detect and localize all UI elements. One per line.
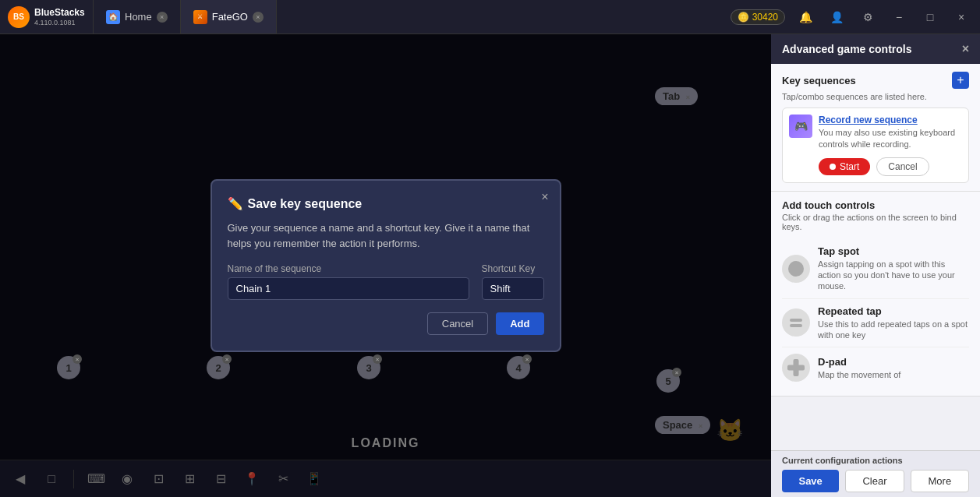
record-subdesc: You may also use existing keyboard contr… xyxy=(819,127,962,151)
tap-spot-inner xyxy=(788,261,804,277)
main-area: Tab × 1 × 2 × 3 × 4 × 5 × Space × L xyxy=(0,34,980,497)
tab-home-label: Home xyxy=(125,11,152,23)
app-name: BlueStacks xyxy=(34,7,85,18)
dialog-desc: Give your sequence a name and a shortcut… xyxy=(228,220,544,251)
tap-spot-text: Tap spot Assign tapping on a spot with t… xyxy=(818,245,969,292)
repeated-tap-icon xyxy=(782,308,810,337)
record-box: 🎮 Record new sequence You may also use e… xyxy=(782,108,969,183)
settings-btn[interactable]: ⚙ xyxy=(857,6,879,28)
record-link[interactable]: Record new sequence xyxy=(819,115,962,125)
tap-spot-item[interactable]: Tap spot Assign tapping on a spot with t… xyxy=(782,239,969,299)
bs-logo-icon: BS xyxy=(8,6,30,28)
name-form-group: Name of the sequence xyxy=(228,263,469,300)
name-label: Name of the sequence xyxy=(228,263,469,274)
dialog-actions: Cancel Add xyxy=(228,312,544,335)
dialog-title: ✏️ Save key sequence xyxy=(228,196,544,211)
name-input[interactable] xyxy=(228,277,469,300)
tab-game-close[interactable]: × xyxy=(253,12,264,23)
key-sequences-title: Key sequences xyxy=(782,75,856,86)
dpad-icon xyxy=(782,354,810,382)
game-icon: ⚔ xyxy=(193,10,207,24)
tab-home-close[interactable]: × xyxy=(157,12,168,23)
title-bar: BS BlueStacks 4.110.0.1081 🏠 Home × ⚔ Fa… xyxy=(0,0,980,34)
bluestacks-logo: BS BlueStacks 4.110.0.1081 xyxy=(0,0,94,33)
panel-close-btn[interactable]: × xyxy=(962,42,969,56)
panel-footer: Current configuration actions Save Clear… xyxy=(771,450,980,497)
game-viewport: Tab × 1 × 2 × 3 × 4 × 5 × Space × L xyxy=(0,34,771,497)
panel-header: Advanced game controls × xyxy=(771,34,980,64)
dpad-item[interactable]: D-pad Map the movement of xyxy=(782,347,969,388)
dpad-desc: Map the movement of xyxy=(818,369,969,380)
key-sequences-header: Key sequences + xyxy=(782,72,969,89)
dialog-add-btn[interactable]: Add xyxy=(496,312,543,335)
shortcut-label: Shortcut Key xyxy=(482,263,544,274)
maximize-btn[interactable]: □ xyxy=(919,6,941,28)
dialog-form: Name of the sequence Shortcut Key xyxy=(228,263,544,300)
touch-controls-desc: Click or drag the actions on the screen … xyxy=(782,213,969,231)
clear-btn[interactable]: Clear xyxy=(845,470,904,492)
account-btn[interactable]: 👤 xyxy=(826,6,847,28)
tap-spot-name: Tap spot xyxy=(818,245,969,257)
touch-controls-title: Add touch controls xyxy=(782,199,969,211)
dpad-text: D-pad Map the movement of xyxy=(818,356,969,380)
minimize-btn[interactable]: − xyxy=(888,6,910,28)
tap-spot-icon xyxy=(782,255,810,283)
app-version: 4.110.0.1081 xyxy=(34,19,85,26)
key-sequences-section: Key sequences + Tap/combo sequences are … xyxy=(771,64,980,192)
more-btn[interactable]: More xyxy=(911,470,969,492)
repeated-tap-text: Repeated tap Use this to add repeated ta… xyxy=(818,305,969,341)
start-dot xyxy=(830,164,836,170)
coin-amount: 30420 xyxy=(752,12,778,23)
panel-title: Advanced game controls xyxy=(782,43,912,55)
close-btn[interactable]: × xyxy=(950,6,972,28)
dialog-close-btn[interactable]: × xyxy=(541,190,548,204)
coins-badge: 🪙 30420 xyxy=(731,9,785,25)
shortcut-input[interactable] xyxy=(482,277,544,300)
record-content: Record new sequence You may also use exi… xyxy=(819,115,962,176)
bs-logo-text-group: BlueStacks 4.110.0.1081 xyxy=(34,7,85,26)
dialog-overlay: ✏️ Save key sequence × Give your sequenc… xyxy=(0,34,771,497)
tab-game-label: FateGO xyxy=(212,11,248,23)
dialog-title-icon: ✏️ xyxy=(228,196,243,211)
right-panel: Advanced game controls × Key sequences +… xyxy=(771,34,980,497)
record-actions: Start Cancel xyxy=(819,157,962,176)
config-title: Current configuration actions xyxy=(782,456,969,465)
repeated-tap-name: Repeated tap xyxy=(818,305,969,317)
start-label: Start xyxy=(840,161,859,172)
tab-home[interactable]: 🏠 Home × xyxy=(94,0,181,33)
title-bar-right: 🪙 30420 🔔 👤 ⚙ − □ × xyxy=(723,6,980,28)
repeated-tap-desc: Use this to add repeated taps on a spot … xyxy=(818,319,969,341)
add-sequence-btn[interactable]: + xyxy=(952,72,969,89)
save-sequence-dialog: ✏️ Save key sequence × Give your sequenc… xyxy=(211,179,561,352)
coin-icon: 🪙 xyxy=(738,12,749,23)
home-icon: 🏠 xyxy=(106,10,120,24)
config-actions: Save Clear More xyxy=(782,470,969,492)
key-sequences-desc: Tap/combo sequences are listed here. xyxy=(782,92,969,101)
shortcut-form-group: Shortcut Key xyxy=(482,263,544,300)
notification-btn[interactable]: 🔔 xyxy=(794,6,816,28)
cancel-record-btn[interactable]: Cancel xyxy=(876,157,929,176)
repeated-tap-item[interactable]: Repeated tap Use this to add repeated ta… xyxy=(782,299,969,348)
dialog-title-text: Save key sequence xyxy=(248,197,363,211)
dialog-cancel-btn[interactable]: Cancel xyxy=(427,312,488,335)
touch-controls-section: Add touch controls Click or drag the act… xyxy=(771,192,980,397)
dpad-name: D-pad xyxy=(818,356,969,368)
start-btn[interactable]: Start xyxy=(819,158,870,175)
tab-game[interactable]: ⚔ FateGO × xyxy=(181,0,277,33)
save-btn[interactable]: Save xyxy=(782,470,839,492)
tap-spot-desc: Assign tapping on a spot with this actio… xyxy=(818,259,969,292)
record-icon: 🎮 xyxy=(789,115,812,138)
